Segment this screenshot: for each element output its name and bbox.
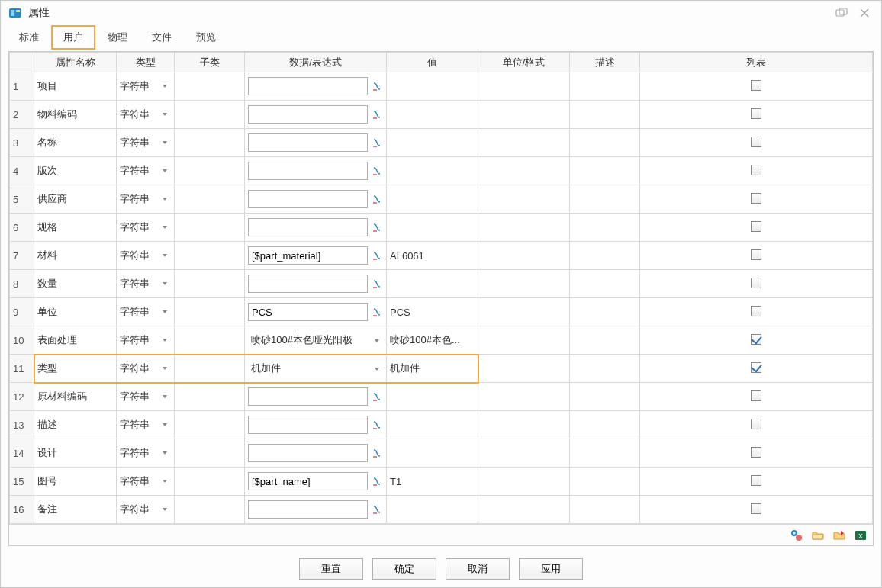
formula-icon[interactable] [371, 503, 383, 516]
subtype-cell[interactable] [175, 383, 245, 411]
type-cell[interactable]: 字符串 [117, 383, 175, 411]
unit-cell[interactable] [478, 242, 570, 270]
expression-cell[interactable] [245, 468, 387, 496]
list-cell[interactable] [640, 157, 873, 185]
value-cell[interactable] [387, 411, 478, 439]
list-checkbox[interactable] [751, 475, 761, 486]
row-number[interactable]: 1 [10, 72, 34, 101]
list-checkbox[interactable] [751, 108, 761, 119]
row-number[interactable]: 14 [10, 439, 34, 468]
list-checkbox[interactable] [751, 221, 761, 232]
property-name-cell[interactable]: 版次 [34, 157, 117, 185]
tab-1[interactable]: 用户 [51, 25, 95, 50]
list-checkbox[interactable] [751, 165, 761, 175]
expression-cell[interactable] [245, 72, 387, 101]
property-name-cell[interactable]: 备注 [34, 496, 117, 524]
formula-icon[interactable] [371, 249, 383, 262]
value-cell[interactable] [387, 439, 478, 468]
list-checkbox[interactable] [751, 334, 761, 345]
list-cell[interactable] [640, 129, 873, 157]
unit-cell[interactable] [478, 383, 570, 411]
row-number[interactable]: 3 [10, 129, 34, 157]
list-checkbox[interactable] [751, 362, 761, 373]
unit-cell[interactable] [478, 496, 570, 524]
subtype-cell[interactable] [175, 129, 245, 157]
property-name-cell[interactable]: 描述 [34, 411, 117, 439]
list-cell[interactable] [640, 411, 873, 439]
property-name-cell[interactable]: 原材料编码 [34, 383, 117, 411]
row-number[interactable]: 8 [10, 270, 34, 298]
subtype-cell[interactable] [175, 468, 245, 496]
type-cell[interactable]: 字符串 [117, 185, 175, 214]
row-number[interactable]: 9 [10, 298, 34, 326]
value-cell[interactable] [387, 157, 478, 185]
subtype-cell[interactable] [175, 101, 245, 129]
unit-cell[interactable] [478, 270, 570, 298]
list-checkbox[interactable] [751, 306, 761, 316]
formula-icon[interactable] [371, 221, 383, 233]
list-cell[interactable] [640, 326, 873, 355]
unit-cell[interactable] [478, 129, 570, 157]
col-header-unit[interactable]: 单位/格式 [478, 53, 570, 72]
desc-cell[interactable] [570, 129, 640, 157]
list-checkbox[interactable] [751, 503, 761, 514]
subtype-cell[interactable] [175, 72, 245, 101]
apply-button[interactable]: 应用 [519, 558, 583, 580]
row-number[interactable]: 10 [10, 326, 34, 355]
expression-input[interactable] [248, 275, 368, 293]
list-checkbox[interactable] [751, 447, 761, 458]
expression-input[interactable] [248, 246, 368, 265]
expression-input[interactable] [248, 133, 368, 152]
list-cell[interactable] [640, 242, 873, 270]
value-cell[interactable]: T1 [387, 468, 478, 496]
value-cell[interactable]: AL6061 [387, 242, 478, 270]
list-cell[interactable] [640, 101, 873, 129]
col-header-list[interactable]: 列表 [640, 53, 873, 72]
grid-scroll[interactable]: 属性名称 类型 子类 数据/表达式 值 单位/格式 描述 列表 1项目字符串2物… [9, 52, 873, 524]
subtype-cell[interactable] [175, 270, 245, 298]
col-header-type[interactable]: 类型 [117, 53, 175, 72]
list-checkbox[interactable] [751, 419, 761, 429]
property-name-cell[interactable]: 数量 [34, 270, 117, 298]
col-header-name[interactable]: 属性名称 [34, 53, 117, 72]
type-cell[interactable]: 字符串 [117, 496, 175, 524]
subtype-cell[interactable] [175, 355, 245, 383]
desc-cell[interactable] [570, 439, 640, 468]
list-checkbox[interactable] [751, 193, 761, 204]
list-cell[interactable] [640, 383, 873, 411]
formula-icon[interactable] [371, 80, 383, 92]
desc-cell[interactable] [570, 326, 640, 355]
list-checkbox[interactable] [751, 80, 761, 91]
formula-icon[interactable] [371, 193, 383, 205]
property-name-cell[interactable]: 设计 [34, 439, 117, 468]
unit-cell[interactable] [478, 185, 570, 214]
expression-input[interactable] [248, 303, 368, 321]
list-checkbox[interactable] [751, 390, 761, 401]
type-cell[interactable]: 字符串 [117, 355, 175, 383]
row-number[interactable]: 13 [10, 411, 34, 439]
folder-open-icon[interactable] [810, 528, 826, 543]
formula-icon[interactable] [371, 306, 383, 318]
row-number[interactable]: 12 [10, 383, 34, 411]
type-cell[interactable]: 字符串 [117, 468, 175, 496]
expression-cell[interactable] [245, 242, 387, 270]
value-cell[interactable] [387, 496, 478, 524]
unit-cell[interactable] [478, 439, 570, 468]
expression-cell[interactable] [245, 411, 387, 439]
value-cell[interactable] [387, 72, 478, 101]
value-cell[interactable] [387, 185, 478, 214]
folder-export-icon[interactable] [832, 528, 847, 543]
reset-button[interactable]: 重置 [299, 558, 363, 580]
list-cell[interactable] [640, 496, 873, 524]
list-checkbox[interactable] [751, 249, 761, 260]
list-cell[interactable] [640, 214, 873, 242]
expression-input[interactable] [248, 190, 368, 208]
unit-cell[interactable] [478, 468, 570, 496]
expression-input[interactable] [248, 218, 368, 236]
list-cell[interactable] [640, 439, 873, 468]
desc-cell[interactable] [570, 468, 640, 496]
desc-cell[interactable] [570, 355, 640, 383]
type-cell[interactable]: 字符串 [117, 242, 175, 270]
subtype-cell[interactable] [175, 326, 245, 355]
value-cell[interactable] [387, 383, 478, 411]
